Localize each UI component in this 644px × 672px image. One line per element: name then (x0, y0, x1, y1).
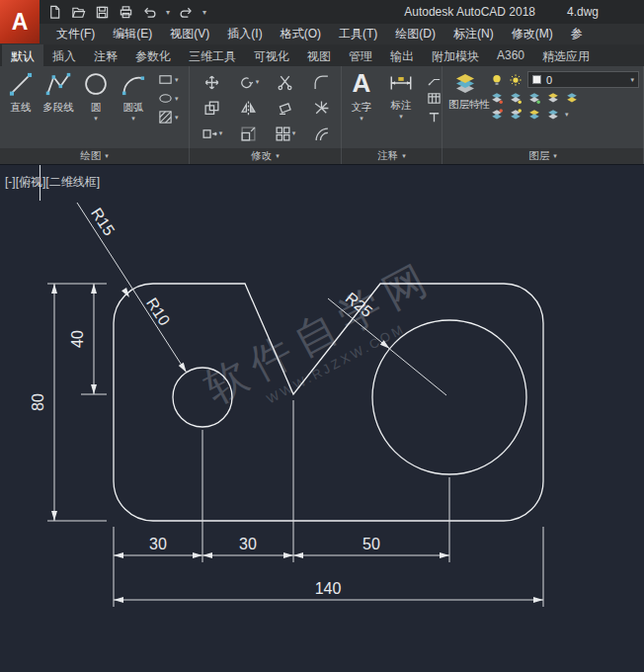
tool-stretch-button[interactable]: ▾ (194, 121, 230, 146)
chevron-down-icon: ▾ (553, 152, 557, 160)
layer-freeze-sun-icon[interactable] (509, 73, 523, 87)
dim-140: 140 (315, 580, 342, 597)
tool-rectangle-button[interactable]: ▾ (158, 72, 179, 87)
panel-label-layers[interactable]: 图层 ▾ (443, 148, 644, 164)
tool-trim-button[interactable] (267, 69, 303, 95)
tool-text-button[interactable]: A 文字 ▾ (342, 66, 381, 148)
tab-parametric[interactable]: 参数化 (126, 44, 180, 66)
layer-tool-icon[interactable] (546, 91, 560, 105)
chevron-down-icon[interactable]: ▾ (175, 76, 179, 84)
tool-explode-button[interactable] (303, 95, 340, 121)
chevron-down-icon[interactable]: ▾ (175, 114, 179, 122)
layer-on-bulb-icon[interactable] (490, 73, 504, 87)
tool-polyline-button[interactable]: 多段线 (40, 70, 77, 148)
layer-tool-icon[interactable] (546, 108, 560, 122)
layer-tool-icon[interactable] (490, 108, 504, 122)
chevron-down-icon[interactable]: ▾ (292, 129, 296, 137)
chevron-down-icon[interactable]: ▾ (219, 129, 223, 137)
dim-40: 40 (69, 330, 86, 348)
menu-dimension[interactable]: 标注(N) (444, 26, 503, 42)
tab-visualize[interactable]: 可视化 (245, 44, 298, 66)
tab-featured-apps[interactable]: 精选应用 (533, 44, 599, 66)
layer-tool-icon[interactable] (527, 108, 541, 122)
dim-r15: R15 (88, 205, 118, 238)
table-icon (427, 91, 442, 106)
layer-properties-button[interactable]: 图层特性 (443, 66, 488, 148)
chevron-down-icon[interactable]: ▾ (131, 115, 135, 123)
panel-label-annotate[interactable]: 注释 ▾ (342, 148, 443, 164)
menu-insert[interactable]: 插入(I) (218, 26, 271, 42)
stretch-icon (201, 126, 218, 142)
tool-text-style-button[interactable] (427, 110, 442, 125)
chevron-down-icon[interactable]: ▾ (94, 115, 98, 123)
tab-a360[interactable]: A360 (488, 44, 533, 66)
menu-format[interactable]: 格式(O) (272, 26, 330, 42)
drawing-canvas[interactable]: 软件自学网 WWW.RJZXW.COM (0, 165, 644, 672)
model-space-canvas[interactable]: [-][俯视][二维线框] 软件自学网 WWW.RJZXW.COM (0, 164, 644, 672)
tool-rotate-button[interactable]: ▾ (230, 69, 267, 95)
layer-tool-icon[interactable] (509, 91, 523, 105)
menu-modify[interactable]: 修改(M) (503, 26, 562, 42)
chevron-down-icon[interactable]: ▾ (256, 78, 260, 86)
tool-fillet-button[interactable] (303, 69, 340, 95)
tool-multileader-button[interactable] (427, 72, 442, 87)
tool-move-button[interactable] (194, 69, 230, 95)
chevron-down-icon[interactable]: ▾ (202, 8, 206, 17)
panel-label-text: 修改 (251, 149, 272, 163)
layer-tool-icon[interactable] (527, 91, 541, 105)
tool-dimension-button[interactable]: 标注 ▾ (381, 66, 421, 148)
layer-tool-icon[interactable] (509, 108, 523, 122)
menu-parametric[interactable]: 参 (562, 26, 592, 42)
panel-label-modify[interactable]: 修改 ▾ (190, 148, 342, 164)
menu-draw[interactable]: 绘图(D) (386, 26, 444, 42)
chevron-down-icon[interactable]: ▾ (630, 76, 634, 84)
tool-circle-button[interactable]: 圆 ▾ (77, 70, 115, 148)
tool-label: 图层特性 (448, 98, 482, 110)
menu-tools[interactable]: 工具(T) (330, 26, 386, 42)
tool-table-button[interactable] (427, 91, 442, 106)
tool-array-button[interactable]: ▾ (267, 121, 303, 146)
autocad-logo-button[interactable]: A (0, 0, 40, 43)
tab-view[interactable]: 视图 (298, 44, 340, 66)
menu-edit[interactable]: 编辑(E) (104, 26, 161, 42)
tab-manage[interactable]: 管理 (340, 44, 381, 66)
chevron-down-icon[interactable]: ▾ (175, 95, 179, 103)
panel-label-draw[interactable]: 绘图 ▾ (0, 148, 190, 164)
tool-mirror-button[interactable] (230, 95, 267, 121)
tool-copy-button[interactable] (194, 95, 230, 121)
menu-view[interactable]: 视图(V) (161, 26, 218, 42)
tool-hatch-button[interactable]: ▾ (158, 110, 179, 125)
save-icon[interactable] (95, 5, 110, 20)
open-file-icon[interactable] (71, 5, 86, 20)
plot-icon[interactable] (119, 5, 133, 20)
trim-icon (277, 74, 293, 91)
chevron-down-icon[interactable]: ▾ (360, 115, 363, 123)
arc-icon (120, 70, 147, 98)
tool-erase-button[interactable] (267, 95, 303, 121)
tab-3d-tools[interactable]: 三维工具 (180, 44, 245, 66)
viewport-controls[interactable]: [-][俯视][二维线框] (5, 174, 100, 191)
tool-line-button[interactable]: 直线 (2, 70, 40, 148)
chevron-down-icon[interactable]: ▾ (565, 111, 569, 119)
tool-scale-button[interactable] (230, 121, 267, 146)
tab-output[interactable]: 输出 (381, 44, 423, 66)
dimension-icon (388, 70, 414, 96)
large-circle (372, 320, 526, 474)
layer-tool-icon[interactable] (490, 91, 504, 105)
layer-select[interactable]: 0 ▾ (527, 71, 639, 88)
tool-arc-button[interactable]: 圆弧 ▾ (115, 70, 152, 148)
tool-offset-button[interactable] (303, 121, 340, 146)
menu-file[interactable]: 文件(F) (47, 26, 104, 42)
tab-home[interactable]: 默认 (2, 44, 43, 66)
tab-annotate[interactable]: 注释 (85, 44, 126, 66)
tab-add-ins[interactable]: 附加模块 (423, 44, 488, 66)
chevron-down-icon[interactable]: ▾ (166, 8, 170, 17)
new-file-icon[interactable] (47, 5, 62, 20)
layer-tool-icon[interactable] (565, 91, 579, 105)
copy-icon (203, 100, 220, 117)
tab-insert[interactable]: 插入 (43, 44, 85, 66)
redo-icon[interactable] (179, 5, 194, 20)
chevron-down-icon[interactable]: ▾ (399, 113, 403, 121)
tool-ellipse-button[interactable]: ▾ (158, 91, 179, 106)
undo-icon[interactable] (142, 5, 157, 20)
